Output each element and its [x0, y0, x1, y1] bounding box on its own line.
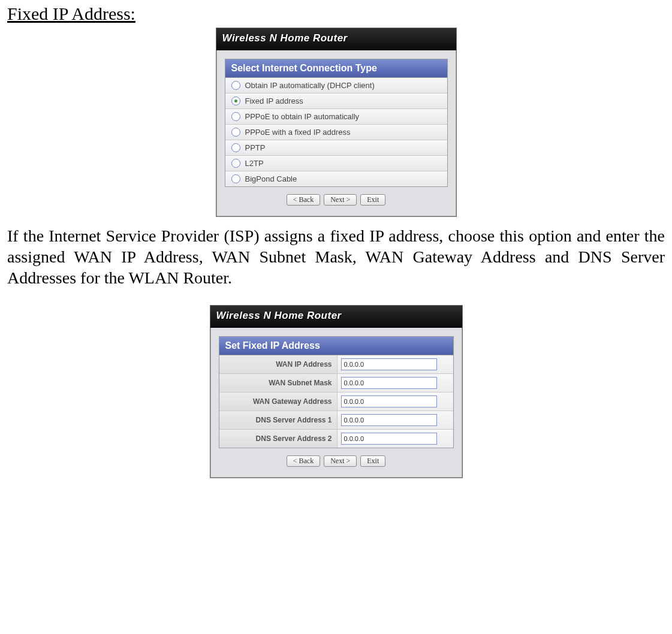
input-wan-ip[interactable] — [341, 358, 437, 370]
field-dns1 — [337, 411, 453, 429]
option-label: Fixed IP address — [245, 96, 303, 105]
next-button[interactable]: Next > — [324, 194, 357, 206]
field-wan-gateway — [337, 393, 453, 410]
option-label: PPPoE with a fixed IP address — [245, 128, 351, 137]
router-panel-connection-type: Wireless N Home Router Select Internet C… — [216, 28, 457, 217]
panel1-titlebar: Wireless N Home Router — [216, 28, 456, 50]
panel2-section-header: Set Fixed IP Address — [219, 337, 453, 355]
input-dns1[interactable] — [341, 414, 437, 426]
label-wan-subnet: WAN Subnet Mask — [219, 374, 337, 392]
radio-icon — [231, 96, 240, 105]
panel2-wrap: Wireless N Home Router Set Fixed IP Addr… — [7, 305, 665, 478]
panel2-button-row: < Back Next > Exit — [219, 448, 454, 469]
row-wan-ip: WAN IP Address — [219, 355, 453, 374]
radio-icon — [231, 143, 240, 152]
radio-icon — [231, 81, 240, 90]
option-label: BigPond Cable — [245, 174, 297, 183]
radio-icon — [231, 112, 240, 121]
field-dns2 — [337, 430, 453, 448]
label-wan-ip: WAN IP Address — [219, 355, 337, 373]
field-wan-subnet — [337, 374, 453, 392]
input-dns2[interactable] — [341, 433, 437, 445]
option-bigpond[interactable]: BigPond Cable — [225, 171, 447, 186]
option-label: PPTP — [245, 143, 266, 152]
row-wan-subnet: WAN Subnet Mask — [219, 374, 453, 393]
row-dns2: DNS Server Address 2 — [219, 430, 453, 448]
option-fixed-ip[interactable]: Fixed IP address — [225, 93, 447, 109]
radio-icon — [231, 174, 240, 183]
section-heading: Fixed IP Address: — [7, 4, 665, 24]
option-l2tp[interactable]: L2TP — [225, 156, 447, 171]
field-wan-ip — [337, 355, 453, 373]
panel1-button-row: < Back Next > Exit — [225, 187, 448, 208]
option-pppoe-auto[interactable]: PPPoE to obtain IP automatically — [225, 109, 447, 125]
option-label: L2TP — [245, 159, 264, 168]
exit-button[interactable]: Exit — [360, 455, 385, 467]
label-dns2: DNS Server Address 2 — [219, 430, 337, 448]
back-button[interactable]: < Back — [287, 455, 320, 467]
option-pppoe-fixed[interactable]: PPPoE with a fixed IP address — [225, 125, 447, 140]
input-wan-gateway[interactable] — [341, 396, 437, 407]
label-dns1: DNS Server Address 1 — [219, 411, 337, 429]
row-wan-gateway: WAN Gateway Address — [219, 393, 453, 411]
option-dhcp[interactable]: Obtain IP automatically (DHCP client) — [225, 78, 447, 93]
panel1-inner: Select Internet Connection Type Obtain I… — [216, 50, 456, 216]
option-pptp[interactable]: PPTP — [225, 140, 447, 156]
option-label: PPPoE to obtain IP automatically — [245, 112, 360, 121]
row-dns1: DNS Server Address 1 — [219, 411, 453, 430]
option-label: Obtain IP automatically (DHCP client) — [245, 81, 375, 90]
next-button[interactable]: Next > — [324, 455, 357, 467]
radio-icon — [231, 128, 240, 137]
exit-button[interactable]: Exit — [360, 194, 385, 206]
label-wan-gateway: WAN Gateway Address — [219, 393, 337, 410]
router-panel-fixed-ip: Wireless N Home Router Set Fixed IP Addr… — [210, 305, 463, 478]
panel1-section-header: Select Internet Connection Type — [225, 59, 447, 78]
panel2-inset: Set Fixed IP Address WAN IP Address WAN … — [219, 336, 454, 448]
description-paragraph: If the Internet Service Provider (ISP) a… — [7, 225, 665, 288]
input-wan-subnet[interactable] — [341, 377, 437, 389]
panel2-titlebar: Wireless N Home Router — [210, 306, 462, 328]
panel2-inner: Set Fixed IP Address WAN IP Address WAN … — [210, 328, 462, 478]
radio-icon — [231, 159, 240, 168]
panel1-inset: Select Internet Connection Type Obtain I… — [225, 59, 448, 187]
panel1-wrap: Wireless N Home Router Select Internet C… — [7, 28, 665, 217]
back-button[interactable]: < Back — [287, 194, 320, 206]
